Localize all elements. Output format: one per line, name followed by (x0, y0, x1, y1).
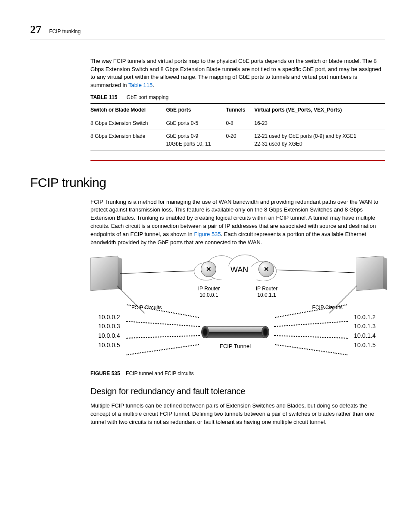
cell-ports: GbE ports 0-9 10GbE ports 10, 11 (166, 130, 226, 151)
fcip-diagram: WAN ✕ ✕ IP Router 10.0.0.1 IP Router 10.… (90, 255, 383, 367)
cell-ports: GbE ports 0-5 (166, 117, 226, 130)
figure-label: FIGURE 535 (90, 370, 120, 376)
th-vports: Virtual ports (VE_Ports, VEX_Ports) (254, 103, 385, 117)
th-ports: GbE ports (166, 103, 226, 117)
ip-address: 10.0.0.3 (98, 322, 120, 331)
intro-tail: . (153, 82, 154, 88)
ip-list-right: 10.0.1.2 10.0.1.3 10.0.1.4 10.0.1.5 (354, 313, 376, 350)
th-model: Switch or Blade Model (90, 103, 166, 117)
ip-address: 10.0.1.2 (354, 313, 376, 322)
cell-tunnels: 0-8 (226, 117, 254, 130)
switch-device-left-icon (90, 255, 118, 290)
figure-title: FCIP tunnel and FCIP circuits (126, 370, 194, 376)
tunnel-label: FCIP Tunnel (220, 342, 251, 351)
table-row: 8 Gbps Extension blade GbE ports 0-9 10G… (90, 130, 385, 151)
table-title: GbE port mapping (127, 94, 168, 100)
table-xref-link[interactable]: Table 115 (128, 82, 153, 88)
redundancy-paragraph: Multiple FCIP tunnels can be defined bet… (90, 402, 385, 426)
header-section-title: FCIP trunking (49, 28, 81, 35)
switch-device-right-icon (356, 255, 383, 290)
page-header: 27 FCIP trunking (30, 22, 385, 40)
ip-address: 10.0.1.4 (354, 331, 376, 341)
circuit-line (274, 335, 348, 339)
circuit-line (274, 321, 348, 327)
section-heading: FCIP trunking (30, 173, 385, 192)
table-label: TABLE 115 (90, 94, 117, 100)
router-left-label: IP Router 10.0.0.1 (194, 286, 224, 299)
link-line (120, 270, 204, 274)
trunking-paragraph: FCIP Trunking is a method for managing t… (90, 198, 385, 247)
cell-vports: 16-23 (254, 117, 385, 130)
page-number: 27 (30, 22, 41, 38)
gbe-port-mapping-table: Switch or Blade Model GbE ports Tunnels … (90, 103, 385, 151)
ip-address: 10.0.0.5 (98, 341, 120, 350)
router-right-label: IP Router 10.0.1.1 (252, 286, 282, 299)
cell-model: 8 Gbps Extension blade (90, 130, 166, 151)
ip-address: 10.0.1.3 (354, 322, 376, 331)
ip-list-left: 10.0.0.2 10.0.0.3 10.0.0.4 10.0.0.5 (98, 313, 120, 350)
circuit-line (126, 335, 200, 339)
wan-label: WAN (230, 264, 248, 275)
circuit-line (127, 344, 199, 355)
figure-xref-link[interactable]: Figure 535 (194, 231, 221, 237)
cell-tunnels: 0-20 (226, 130, 254, 151)
cell-vports: 12-21 used by GbE ports (0-9) and by XGE… (254, 130, 385, 151)
ip-address: 10.0.0.2 (98, 313, 120, 322)
section-divider (90, 160, 385, 161)
figure-caption: FIGURE 535 FCIP tunnel and FCIP circuits (90, 370, 385, 377)
ip-address: 10.0.1.5 (354, 341, 376, 350)
cell-model: 8 Gbps Extension Switch (90, 117, 166, 130)
fcip-tunnel-icon (202, 326, 268, 338)
intro-paragraph: The way FCIP tunnels and virtual ports m… (90, 57, 385, 90)
router-left-icon: ✕ (201, 261, 216, 277)
link-line (271, 269, 355, 273)
table-caption: TABLE 115 GbE port mapping (90, 94, 385, 101)
ip-address: 10.0.0.4 (98, 331, 120, 341)
th-tunnels: Tunnels (226, 103, 254, 117)
router-right-icon: ✕ (258, 261, 274, 277)
circuit-line (275, 344, 348, 355)
table-row: 8 Gbps Extension Switch GbE ports 0-5 0-… (90, 117, 385, 130)
circuit-line (126, 321, 200, 327)
subsection-heading: Design for redundancy and fault toleranc… (90, 385, 385, 398)
